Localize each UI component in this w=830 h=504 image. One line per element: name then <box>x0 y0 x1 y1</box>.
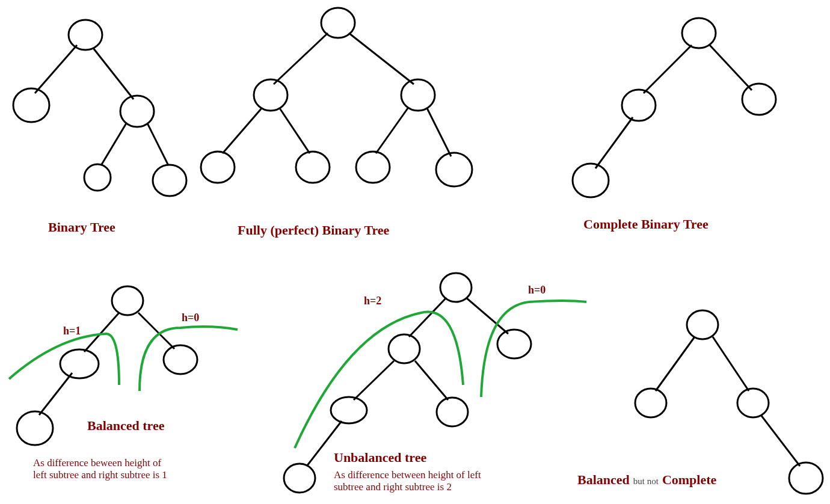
balanced-h-left: h=1 <box>63 325 81 337</box>
complete-tree-label: Complete Binary Tree <box>583 217 709 232</box>
binary-tree-label: Binary Tree <box>48 220 115 235</box>
svg-point-42 <box>389 334 420 363</box>
svg-point-44 <box>331 397 367 423</box>
balanced-tree-label: Balanced tree <box>87 418 165 434</box>
svg-point-45 <box>437 398 468 426</box>
svg-line-23 <box>710 45 752 90</box>
balanced-not-complete-tree <box>635 310 823 494</box>
svg-point-46 <box>284 464 315 493</box>
balanced-not-complete-label: Balanced but not Complete <box>577 472 716 488</box>
full-tree-label: Fully (perfect) Binary Tree <box>238 223 389 238</box>
svg-point-20 <box>356 152 390 183</box>
svg-line-0 <box>35 45 77 93</box>
svg-point-53 <box>789 463 823 494</box>
svg-line-29 <box>84 313 119 352</box>
svg-line-49 <box>761 415 800 466</box>
svg-point-5 <box>13 88 49 122</box>
svg-point-43 <box>497 330 531 358</box>
svg-line-11 <box>223 108 262 153</box>
svg-point-4 <box>69 20 102 50</box>
svg-line-48 <box>713 337 749 391</box>
svg-line-22 <box>644 45 692 93</box>
svg-point-34 <box>164 345 197 374</box>
svg-point-15 <box>321 8 355 38</box>
svg-point-18 <box>201 152 235 183</box>
bnc-part2: Complete <box>662 472 716 488</box>
svg-point-21 <box>436 153 472 186</box>
svg-point-6 <box>120 96 154 127</box>
svg-point-50 <box>687 310 718 339</box>
svg-point-52 <box>737 389 769 417</box>
full-binary-tree <box>201 8 472 186</box>
balanced-tree-note: As difference beween height of left subt… <box>33 457 167 482</box>
svg-line-10 <box>349 33 414 84</box>
unbalanced-h-left: h=2 <box>364 295 381 307</box>
svg-line-13 <box>376 108 408 153</box>
svg-point-16 <box>254 79 287 111</box>
svg-point-27 <box>742 84 776 115</box>
svg-line-2 <box>101 123 126 165</box>
svg-line-14 <box>427 108 451 156</box>
svg-line-24 <box>595 117 633 168</box>
svg-point-35 <box>17 411 53 445</box>
svg-line-12 <box>280 108 310 153</box>
unbalanced-tree-label: Unbalanced tree <box>334 450 426 466</box>
unbalanced-tree-note: As difference between height of left sub… <box>334 469 481 494</box>
complete-binary-tree <box>573 18 776 197</box>
unbalanced-h-right: h=0 <box>528 284 546 297</box>
balanced-h-right: h=0 <box>182 312 199 324</box>
svg-line-38 <box>354 361 394 400</box>
svg-line-1 <box>93 48 134 99</box>
svg-point-41 <box>440 273 472 302</box>
svg-line-3 <box>147 123 168 165</box>
balanced-tree-curves <box>9 327 238 391</box>
svg-point-51 <box>635 389 666 417</box>
svg-line-39 <box>415 361 448 400</box>
svg-line-9 <box>274 33 328 84</box>
svg-point-8 <box>153 165 186 196</box>
svg-point-19 <box>296 152 330 183</box>
bnc-part1: Balanced <box>577 472 630 488</box>
svg-point-7 <box>84 164 111 191</box>
svg-point-26 <box>622 90 656 121</box>
svg-line-30 <box>138 313 174 349</box>
svg-point-33 <box>60 349 99 378</box>
svg-point-32 <box>112 286 143 315</box>
bnc-mid: but not <box>633 476 659 487</box>
svg-line-47 <box>656 337 695 391</box>
svg-point-28 <box>573 164 609 197</box>
svg-point-25 <box>682 18 716 48</box>
binary-tree <box>13 20 186 196</box>
svg-line-31 <box>39 373 72 415</box>
svg-point-17 <box>401 79 435 111</box>
